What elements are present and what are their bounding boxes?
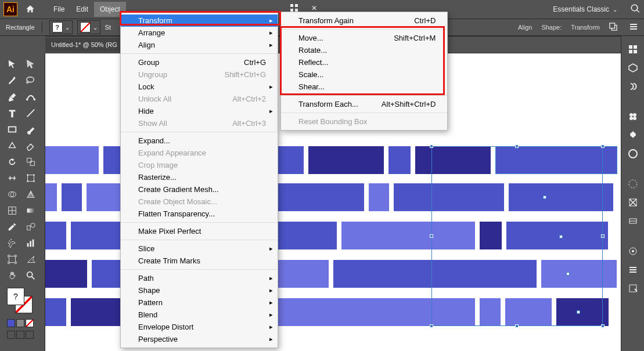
appearance-panel[interactable] [625,244,641,259]
menu-edit[interactable]: Edit [70,2,94,17]
eraser-tool[interactable] [22,138,39,153]
slice-tool[interactable] [22,252,39,267]
width-tool[interactable] [3,171,21,186]
menu-item-lock[interactable]: Lock▸ [121,81,278,93]
free-transform-tool[interactable] [22,171,39,186]
paintbrush-tool[interactable] [22,122,39,137]
menu-item-perspective[interactable]: Perspective▸ [121,333,278,345]
fill-proxy[interactable]: ? [7,288,24,305]
menu-item-group[interactable]: GroupCtrl+G [121,56,278,68]
align-label[interactable]: Align [518,24,532,31]
magic-wand-tool[interactable] [3,73,21,88]
menu-item-rasterize[interactable]: Rasterize... [121,171,278,183]
selection-handle[interactable] [601,144,605,148]
menu-item-create-trim-marks[interactable]: Create Trim Marks [121,255,278,267]
mesh-tool[interactable] [3,203,21,218]
shape-builder-tool[interactable] [3,187,21,202]
selection-tool[interactable] [3,57,21,72]
rotate-tool[interactable] [3,154,21,169]
menu-item-path[interactable]: Path▸ [121,272,278,284]
swatches-panel[interactable] [625,109,641,124]
workspace-switcher[interactable]: Essentials Classic ⌄ [548,3,622,16]
draw-inside[interactable] [26,331,34,339]
zoom-tool[interactable] [22,268,39,283]
menu-item-create-gradient-mesh[interactable]: Create Gradient Mesh... [121,183,278,196]
hand-tool[interactable] [3,268,21,283]
menu-item-transform[interactable]: Transform▸ [121,15,278,27]
anchor-point[interactable] [559,235,563,238]
column-graph-tool[interactable] [22,236,39,251]
type-tool[interactable] [3,106,21,121]
menu-item-arrange[interactable]: Arrange▸ [121,27,278,39]
home-button[interactable] [21,2,39,16]
shape-label[interactable]: Shape: [541,24,562,31]
menu-item-reflect[interactable]: Reflect... [281,56,447,68]
menu-file[interactable]: File [48,2,70,17]
selection-handle[interactable] [601,324,605,328]
menu-item-transform-each[interactable]: Transform Each...Alt+Shift+Ctrl+D [281,98,447,110]
selection-handle[interactable] [430,234,433,238]
isolation-mode-button[interactable] [609,23,617,32]
none-button[interactable] [26,319,34,327]
panel-menu-button[interactable] [629,22,638,32]
menu-item-make-pixel-perfect[interactable]: Make Pixel Perfect [121,225,278,237]
selection-handle[interactable] [430,324,433,328]
lasso-tool[interactable] [22,73,39,88]
perspective-grid-tool[interactable] [22,187,39,202]
line-segment-tool[interactable] [22,106,39,121]
artboard-tool[interactable] [3,252,21,267]
search-button[interactable] [630,3,641,16]
direct-selection-tool[interactable] [22,57,39,72]
symbol-sprayer-tool[interactable] [3,236,21,251]
anchor-point[interactable] [577,310,580,314]
fill-color-control[interactable]: ? ⌄ [49,20,73,34]
menu-item-rotate[interactable]: Rotate... [281,44,447,56]
menu-item-shear[interactable]: Shear... [281,81,447,93]
color-button[interactable] [7,319,15,327]
scale-tool[interactable] [22,154,39,169]
selection-bounding-box[interactable] [431,146,603,326]
anchor-point[interactable] [543,196,546,199]
asset-export-panel[interactable] [625,281,641,296]
brushes-panel[interactable] [625,79,641,94]
gradient-button[interactable] [16,319,24,327]
stroke-panel[interactable] [625,176,641,191]
draw-normal[interactable] [7,331,15,339]
symbols-panel[interactable] [625,128,641,143]
gradient-tool[interactable] [22,203,39,218]
color-panel[interactable] [625,146,641,161]
shaper-tool[interactable] [3,138,21,153]
menu-item-transform-again[interactable]: Transform AgainCtrl+D [281,15,447,27]
pen-tool[interactable] [3,89,21,104]
draw-behind[interactable] [16,331,24,339]
properties-panel[interactable] [625,42,641,57]
selection-handle[interactable] [515,324,519,328]
menu-item-expand[interactable]: Expand... [121,135,278,147]
menu-item-flatten-transparency[interactable]: Flatten Transparency... [121,208,278,220]
transform-label[interactable]: Transform [571,24,600,31]
layers-panel[interactable] [625,262,641,277]
blend-tool[interactable] [22,219,39,234]
selection-handle[interactable] [601,234,605,238]
selection-handle[interactable] [430,144,433,148]
menu-item-envelope-distort[interactable]: Envelope Distort▸ [121,321,278,333]
menu-item-slice[interactable]: Slice▸ [121,243,278,255]
fill-stroke-indicator[interactable]: ? [7,288,36,317]
document-tab[interactable]: Untitled-1* @ 50% (RG [45,38,123,52]
stroke-color-control[interactable]: ⌄ [77,20,100,34]
menu-item-shape[interactable]: Shape▸ [121,284,278,296]
menu-item-align[interactable]: Align▸ [121,39,278,51]
libraries-panel[interactable] [625,60,641,75]
gradient-panel[interactable] [625,195,641,210]
eyedropper-tool[interactable] [3,219,21,234]
menu-item-hide[interactable]: Hide▸ [121,105,278,117]
menu-item-pattern[interactable]: Pattern▸ [121,296,278,309]
curvature-tool[interactable] [22,89,39,104]
menu-item-blend[interactable]: Blend▸ [121,309,278,321]
menu-item-scale[interactable]: Scale... [281,68,447,81]
rectangle-tool[interactable] [3,122,21,137]
menu-item-move[interactable]: Move...Shift+Ctrl+M [281,32,447,44]
anchor-point[interactable] [566,272,570,276]
transparency-panel[interactable] [625,214,641,229]
selection-handle[interactable] [515,144,519,148]
